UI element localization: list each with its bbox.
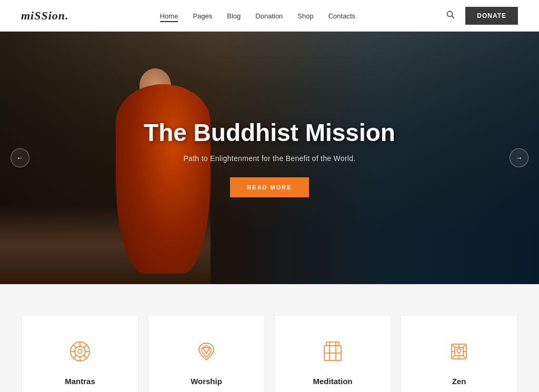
svg-point-0	[447, 11, 453, 16]
card-title-worship: Worship	[161, 377, 252, 386]
hero-title: The Buddhist Mission	[112, 118, 427, 147]
svg-line-12	[74, 355, 77, 358]
card-zen: Zen Sed do eiusm od tempor • • •	[401, 316, 517, 392]
hero-subtitle: Path to Enlightenment for the Benefit of…	[112, 154, 427, 163]
header-right: DONATE	[446, 7, 518, 25]
nav-item-donation[interactable]: Donation	[255, 12, 283, 20]
mantras-icon	[65, 337, 95, 366]
nav-item-pages[interactable]: Pages	[193, 12, 212, 20]
svg-line-28	[453, 356, 455, 358]
meditation-icon	[318, 337, 347, 366]
card-worship: Worship Sed do eiusm od tempor • • •	[148, 316, 264, 392]
card-title-meditation: Meditation	[287, 377, 378, 386]
svg-line-1	[452, 16, 455, 18]
hero-section: The Buddhist Mission Path to Enlightenme…	[0, 32, 539, 284]
hero-prev-button[interactable]: ←	[11, 148, 29, 167]
hero-content: The Buddhist Mission Path to Enlightenme…	[112, 118, 427, 197]
hero-next-button[interactable]: →	[510, 148, 528, 167]
card-title-mantras: Mantras	[35, 377, 125, 386]
search-icon	[446, 11, 455, 19]
zen-icon	[444, 337, 474, 366]
search-button[interactable]	[446, 11, 455, 21]
card-desc-worship: Sed do eiusm od tempor	[161, 390, 252, 392]
arrow-right-icon: →	[515, 154, 523, 162]
card-title-zen: Zen	[414, 377, 504, 386]
svg-line-9	[74, 345, 77, 348]
logo-text: miSSion.	[21, 9, 69, 22]
read-more-button[interactable]: READ MORE	[230, 177, 308, 197]
nav-item-home[interactable]: Home	[160, 12, 178, 22]
svg-line-27	[463, 345, 465, 347]
nav-item-blog[interactable]: Blog	[227, 12, 241, 20]
svg-line-26	[463, 356, 465, 358]
main-nav: HomePagesBlogDonationShopContacts	[160, 11, 355, 21]
svg-line-10	[84, 355, 87, 358]
svg-line-25	[453, 345, 455, 347]
nav-item-contacts[interactable]: Contacts	[328, 12, 355, 20]
arrow-left-icon: ←	[16, 154, 24, 162]
logo[interactable]: miSSion.	[21, 9, 69, 23]
card-desc-meditation: Sed do eiusm od tempor	[287, 390, 378, 392]
worship-icon	[192, 337, 221, 366]
card-meditation: Meditation Sed do eiusm od tempor • • •	[275, 316, 391, 392]
donate-button[interactable]: DONATE	[465, 7, 518, 25]
nav-item-shop[interactable]: Shop	[297, 12, 313, 20]
card-desc-mantras: Sed do eiusm od tempor	[35, 390, 125, 392]
card-mantras: Mantras Sed do eiusm od tempor • • •	[22, 316, 138, 392]
card-desc-zen: Sed do eiusm od tempor	[414, 390, 504, 392]
svg-point-4	[78, 349, 82, 354]
svg-line-11	[84, 345, 87, 348]
header: miSSion. HomePagesBlogDonationShopContac…	[0, 0, 539, 32]
cards-section: Mantras Sed do eiusm od tempor • • • Wor…	[0, 284, 539, 392]
